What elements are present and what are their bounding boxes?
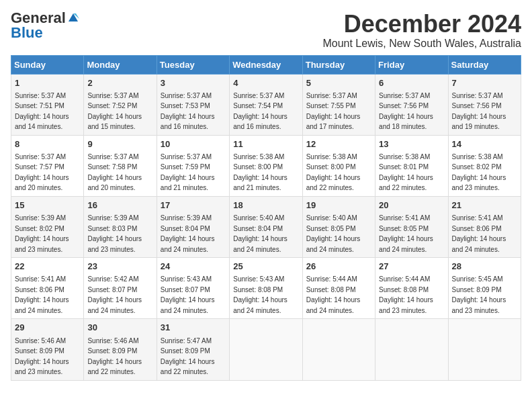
calendar-header-wednesday: Wednesday (230, 55, 302, 74)
day-info: Sunrise: 5:47 AMSunset: 8:09 PMDaylight:… (161, 337, 215, 376)
table-row: 13 Sunrise: 5:38 AMSunset: 8:01 PMDaylig… (375, 135, 448, 196)
table-row: 21 Sunrise: 5:41 AMSunset: 8:06 PMDaylig… (448, 196, 521, 257)
table-row: 29 Sunrise: 5:46 AMSunset: 8:09 PMDaylig… (11, 319, 84, 380)
day-info: Sunrise: 5:37 AMSunset: 7:54 PMDaylight:… (233, 92, 287, 131)
day-info: Sunrise: 5:37 AMSunset: 7:58 PMDaylight:… (87, 153, 142, 192)
day-number: 8 (15, 138, 80, 150)
logo-blue-text: Blue (11, 26, 43, 40)
day-number: 30 (87, 322, 152, 334)
day-number: 25 (233, 261, 298, 273)
table-row: 18 Sunrise: 5:40 AMSunset: 8:04 PMDaylig… (230, 196, 302, 257)
day-info: Sunrise: 5:39 AMSunset: 8:04 PMDaylight:… (161, 214, 215, 253)
table-row: 2 Sunrise: 5:37 AMSunset: 7:52 PMDayligh… (84, 74, 157, 135)
day-info: Sunrise: 5:40 AMSunset: 8:05 PMDaylight:… (306, 214, 361, 253)
day-number: 18 (233, 199, 298, 212)
day-number: 19 (306, 199, 371, 212)
day-number: 23 (87, 261, 152, 273)
day-info: Sunrise: 5:37 AMSunset: 7:59 PMDaylight:… (161, 153, 215, 192)
day-info: Sunrise: 5:38 AMSunset: 8:00 PMDaylight:… (233, 153, 287, 192)
table-row (375, 319, 448, 380)
calendar-header-friday: Friday (375, 55, 448, 74)
day-number: 21 (452, 199, 517, 212)
day-info: Sunrise: 5:37 AMSunset: 7:52 PMDaylight:… (87, 92, 142, 131)
day-info: Sunrise: 5:46 AMSunset: 8:09 PMDaylight:… (87, 337, 142, 376)
day-info: Sunrise: 5:44 AMSunset: 8:08 PMDaylight:… (379, 275, 433, 314)
day-number: 26 (306, 261, 371, 273)
day-number: 15 (15, 199, 80, 212)
day-number: 28 (452, 261, 517, 273)
table-row (448, 319, 521, 380)
table-row: 30 Sunrise: 5:46 AMSunset: 8:09 PMDaylig… (84, 319, 157, 380)
day-number: 6 (379, 77, 444, 89)
table-row: 15 Sunrise: 5:39 AMSunset: 8:02 PMDaylig… (11, 196, 84, 257)
table-row: 20 Sunrise: 5:41 AMSunset: 8:05 PMDaylig… (375, 196, 448, 257)
day-number: 7 (452, 77, 517, 89)
table-row: 16 Sunrise: 5:39 AMSunset: 8:03 PMDaylig… (84, 196, 157, 257)
table-row: 9 Sunrise: 5:37 AMSunset: 7:58 PMDayligh… (84, 135, 157, 196)
day-info: Sunrise: 5:38 AMSunset: 8:02 PMDaylight:… (452, 153, 506, 192)
table-row: 4 Sunrise: 5:37 AMSunset: 7:54 PMDayligh… (230, 74, 302, 135)
day-number: 20 (379, 199, 444, 212)
day-info: Sunrise: 5:44 AMSunset: 8:08 PMDaylight:… (306, 275, 361, 314)
day-number: 31 (161, 322, 226, 334)
table-row: 24 Sunrise: 5:43 AMSunset: 8:07 PMDaylig… (157, 258, 229, 319)
day-info: Sunrise: 5:42 AMSunset: 8:07 PMDaylight:… (87, 275, 142, 314)
table-row: 31 Sunrise: 5:47 AMSunset: 8:09 PMDaylig… (157, 319, 229, 380)
table-row: 5 Sunrise: 5:37 AMSunset: 7:55 PMDayligh… (302, 74, 375, 135)
calendar-header-thursday: Thursday (302, 55, 375, 74)
table-row: 3 Sunrise: 5:37 AMSunset: 7:53 PMDayligh… (157, 74, 229, 135)
day-info: Sunrise: 5:43 AMSunset: 8:08 PMDaylight:… (233, 275, 287, 314)
title-area: December 2024 Mount Lewis, New South Wal… (322, 11, 521, 50)
day-number: 4 (233, 77, 298, 89)
calendar-header-saturday: Saturday (448, 55, 521, 74)
day-number: 29 (15, 322, 80, 334)
day-number: 16 (87, 199, 152, 212)
logo-icon (67, 12, 79, 24)
calendar-header-sunday: Sunday (11, 55, 84, 74)
day-info: Sunrise: 5:37 AMSunset: 7:56 PMDaylight:… (379, 92, 433, 131)
table-row: 23 Sunrise: 5:42 AMSunset: 8:07 PMDaylig… (84, 258, 157, 319)
day-info: Sunrise: 5:37 AMSunset: 7:53 PMDaylight:… (161, 92, 215, 131)
location-title: Mount Lewis, New South Wales, Australia (322, 38, 521, 50)
day-info: Sunrise: 5:37 AMSunset: 7:57 PMDaylight:… (15, 153, 69, 192)
day-info: Sunrise: 5:39 AMSunset: 8:02 PMDaylight:… (15, 214, 69, 253)
table-row: 6 Sunrise: 5:37 AMSunset: 7:56 PMDayligh… (375, 74, 448, 135)
table-row: 14 Sunrise: 5:38 AMSunset: 8:02 PMDaylig… (448, 135, 521, 196)
table-row (230, 319, 302, 380)
day-info: Sunrise: 5:40 AMSunset: 8:04 PMDaylight:… (233, 214, 287, 253)
day-info: Sunrise: 5:46 AMSunset: 8:09 PMDaylight:… (15, 337, 69, 376)
day-number: 2 (87, 77, 152, 89)
day-number: 13 (379, 138, 444, 150)
day-info: Sunrise: 5:41 AMSunset: 8:06 PMDaylight:… (452, 214, 506, 253)
table-row: 8 Sunrise: 5:37 AMSunset: 7:57 PMDayligh… (11, 135, 84, 196)
day-info: Sunrise: 5:38 AMSunset: 8:01 PMDaylight:… (379, 153, 433, 192)
table-row: 17 Sunrise: 5:39 AMSunset: 8:04 PMDaylig… (157, 196, 229, 257)
logo-general-text: General (11, 11, 66, 26)
day-info: Sunrise: 5:45 AMSunset: 8:09 PMDaylight:… (452, 275, 506, 314)
day-info: Sunrise: 5:43 AMSunset: 8:07 PMDaylight:… (161, 275, 215, 314)
day-info: Sunrise: 5:38 AMSunset: 8:00 PMDaylight:… (306, 153, 361, 192)
table-row: 28 Sunrise: 5:45 AMSunset: 8:09 PMDaylig… (448, 258, 521, 319)
calendar-header-monday: Monday (84, 55, 157, 74)
header: General Blue December 2024 Mount Lewis, … (11, 11, 521, 50)
table-row: 11 Sunrise: 5:38 AMSunset: 8:00 PMDaylig… (230, 135, 302, 196)
day-number: 9 (87, 138, 152, 150)
table-row: 22 Sunrise: 5:41 AMSunset: 8:06 PMDaylig… (11, 258, 84, 319)
table-row: 27 Sunrise: 5:44 AMSunset: 8:08 PMDaylig… (375, 258, 448, 319)
day-number: 17 (161, 199, 226, 212)
table-row: 12 Sunrise: 5:38 AMSunset: 8:00 PMDaylig… (302, 135, 375, 196)
day-number: 3 (161, 77, 226, 89)
day-number: 22 (15, 261, 80, 273)
day-info: Sunrise: 5:41 AMSunset: 8:05 PMDaylight:… (379, 214, 433, 253)
table-row: 26 Sunrise: 5:44 AMSunset: 8:08 PMDaylig… (302, 258, 375, 319)
table-row: 19 Sunrise: 5:40 AMSunset: 8:05 PMDaylig… (302, 196, 375, 257)
day-number: 27 (379, 261, 444, 273)
table-row: 10 Sunrise: 5:37 AMSunset: 7:59 PMDaylig… (157, 135, 229, 196)
day-info: Sunrise: 5:37 AMSunset: 7:56 PMDaylight:… (452, 92, 506, 131)
day-number: 24 (161, 261, 226, 273)
day-info: Sunrise: 5:41 AMSunset: 8:06 PMDaylight:… (15, 275, 69, 314)
calendar: SundayMondayTuesdayWednesdayThursdayFrid… (11, 55, 521, 381)
month-title: December 2024 (322, 11, 521, 38)
day-number: 5 (306, 77, 371, 89)
day-number: 11 (233, 138, 298, 150)
